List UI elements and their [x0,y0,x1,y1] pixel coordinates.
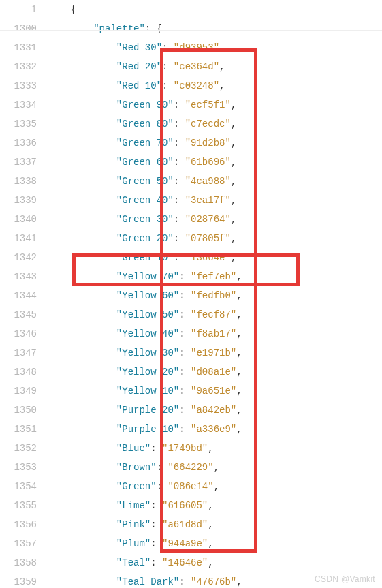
line-number: 1348 [0,362,48,382]
code-content: "Yellow 10": "9a651e", [48,382,382,401]
code-content: "Green": "086e14", [48,477,382,496]
code-line: 1351 "Purple 10": "a336e9", [0,420,382,439]
line-number: 1337 [0,153,48,172]
line-number: 1359 [0,572,48,588]
code-content: "Brown": "664229", [48,458,382,477]
line-number: 1357 [0,534,48,553]
line-number: 1341 [0,229,48,248]
line-number: 1334 [0,95,48,114]
line-number: 1347 [0,343,48,362]
line-number: 1352 [0,439,48,458]
code-line: 1357 "Plum": "944a9e", [0,534,382,553]
code-line: 1343 "Yellow 70": "fef7eb", [0,267,382,286]
code-line: 1342 "Green 10": "13664e", [0,248,382,267]
code-content: "Green 90": "ecf5f1", [48,95,382,114]
line-number: 1339 [0,191,48,210]
code-content: "Red 20": "ce364d", [48,57,382,76]
watermark: CSDN @Vamkit [315,574,375,584]
code-content: "palette": { [48,19,382,38]
code-line: 1336 "Green 70": "91d2b8", [0,134,382,153]
code-content: "Purple 10": "a336e9", [48,420,382,439]
code-content: "Yellow 40": "f8ab17", [48,324,382,343]
code-line: 1350 "Purple 20": "a842eb", [0,401,382,420]
line-number: 1332 [0,57,48,76]
line-number: 1344 [0,286,48,305]
code-line: 1353 "Brown": "664229", [0,458,382,477]
code-line: 1335 "Green 80": "c7ecdc", [0,114,382,134]
code-content: "Green 80": "c7ecdc", [48,114,382,134]
code-content: "Lime": "616605", [48,496,382,515]
line-number: 1 [0,0,48,19]
code-line: 1345 "Yellow 50": "fecf87", [0,305,382,324]
code-content: "Green 20": "07805f", [48,229,382,248]
code-content: "Yellow 60": "fedfb0", [48,286,382,305]
line-number: 1333 [0,76,48,95]
line-number: 1335 [0,114,48,134]
code-content: "Green 60": "61b696", [48,153,382,172]
code-content: "Red 30": "d93953", [48,38,382,57]
code-line: 1347 "Yellow 30": "e1971b", [0,343,382,362]
code-line: 1354 "Green": "086e14", [0,477,382,496]
code-line: 1340 "Green 30": "028764", [0,210,382,229]
code-content: "Green 10": "13664e", [48,248,382,267]
line-number: 1342 [0,248,48,267]
code-content: "Yellow 20": "d08a1e", [48,362,382,382]
code-line: 1300 "palette": { [0,19,382,38]
code-line: 1349 "Yellow 10": "9a651e", [0,382,382,401]
line-number: 1350 [0,401,48,420]
code-line: 1344 "Yellow 60": "fedfb0", [0,286,382,305]
line-number: 1354 [0,477,48,496]
code-line: 1339 "Green 40": "3ea17f", [0,191,382,210]
line-number: 1345 [0,305,48,324]
line-number: 1351 [0,420,48,439]
code-line: 1346 "Yellow 40": "f8ab17", [0,324,382,343]
code-line: 1355 "Lime": "616605", [0,496,382,515]
code-line: 1348 "Yellow 20": "d08a1e", [0,362,382,382]
code-content: "Green 50": "4ca988", [48,172,382,191]
line-number: 1353 [0,458,48,477]
line-number: 1340 [0,210,48,229]
code-line: 1338 "Green 50": "4ca988", [0,172,382,191]
code-line: 1334 "Green 90": "ecf5f1", [0,95,382,114]
code-content: "Plum": "944a9e", [48,534,382,553]
code-line: 1341 "Green 20": "07805f", [0,229,382,248]
code-content: "Red 10": "c03248", [48,76,382,95]
code-content: "Yellow 50": "fecf87", [48,305,382,324]
code-content: "Purple 20": "a842eb", [48,401,382,420]
code-content: "Green 30": "028764", [48,210,382,229]
code-line: 1352 "Blue": "1749bd", [0,439,382,458]
line-number: 1331 [0,38,48,57]
line-number: 1358 [0,553,48,572]
line-number: 1349 [0,382,48,401]
line-number: 1346 [0,324,48,343]
code-content: "Blue": "1749bd", [48,439,382,458]
line-number: 1300 [0,19,48,38]
line-number: 1355 [0,496,48,515]
code-line: 1333 "Red 10": "c03248", [0,76,382,95]
gutter-divider [0,30,382,31]
code-line: 1 { [0,0,382,19]
code-line: 1337 "Green 60": "61b696", [0,153,382,172]
code-content: "Yellow 30": "e1971b", [48,343,382,362]
code-block: 1 {1300 "palette": {1331 "Red 30": "d939… [0,0,382,588]
line-number: 1338 [0,172,48,191]
code-content: "Yellow 70": "fef7eb", [48,267,382,286]
code-content: "Teal": "14646e", [48,553,382,572]
code-line: 1331 "Red 30": "d93953", [0,38,382,57]
code-content: "Green 40": "3ea17f", [48,191,382,210]
code-content: "Green 70": "91d2b8", [48,134,382,153]
code-line: 1356 "Pink": "a61d8d", [0,515,382,534]
code-line: 1358 "Teal": "14646e", [0,553,382,572]
code-content: { [48,0,382,19]
code-content: "Pink": "a61d8d", [48,515,382,534]
line-number: 1336 [0,134,48,153]
line-number: 1343 [0,267,48,286]
code-line: 1332 "Red 20": "ce364d", [0,57,382,76]
line-number: 1356 [0,515,48,534]
